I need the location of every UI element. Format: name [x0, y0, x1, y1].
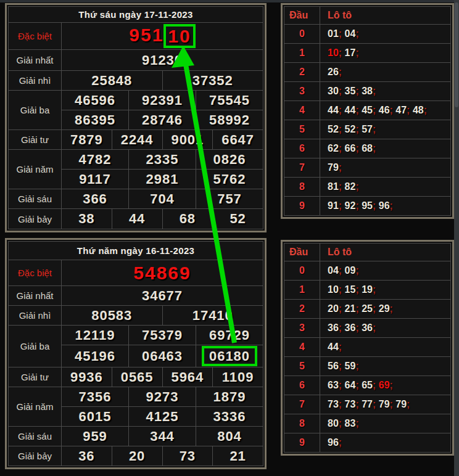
separator: ; — [373, 303, 376, 314]
loto-numbers: 44; 44; 45; 46; 47; 48; — [320, 101, 451, 120]
loto-number: 96 — [379, 200, 390, 211]
loto-number: 65 — [362, 380, 373, 390]
dau-row: 001; 04; — [284, 25, 451, 44]
prize-row: Đặc biệt95110 — [9, 23, 263, 50]
prize-value: 28746 — [129, 110, 196, 130]
loto-numbers: 01; 04; — [320, 25, 451, 44]
prize-label: Giải nhất — [9, 50, 62, 71]
prize-value: 69729 — [196, 326, 263, 345]
separator: ; — [390, 200, 393, 211]
loto-number: 19 — [362, 284, 373, 295]
prize-value: 5964 — [162, 367, 213, 387]
prize-row: Đặc biệt54869 — [9, 260, 263, 286]
separator: ; — [373, 124, 376, 134]
separator: ; — [339, 399, 342, 409]
page-top-strip — [0, 0, 459, 2]
separator: ; — [407, 399, 410, 409]
prize-value: 366 — [62, 189, 129, 209]
prize-value: 1879 — [196, 387, 263, 407]
loto-number: 52 — [328, 124, 339, 134]
dau-row: 110; 17; — [284, 44, 451, 63]
prize-value: 757 — [196, 189, 263, 209]
prize-value: 959 — [62, 427, 129, 446]
loto-number: 45 — [362, 105, 373, 115]
separator: ; — [339, 143, 342, 154]
prize-value: 75379 — [129, 326, 196, 345]
loto-number: 36 — [362, 322, 373, 333]
loto-number: 04 — [328, 265, 339, 276]
prize-value: 9117 — [62, 170, 129, 189]
dau-digit: 2 — [284, 300, 320, 319]
separator: ; — [355, 181, 358, 192]
prize-value: 1109 — [213, 367, 263, 387]
prize-value: 38 — [62, 209, 112, 229]
prize-label: Giải tư — [9, 367, 62, 387]
separator: ; — [355, 143, 358, 154]
separator: ; — [355, 322, 358, 333]
special-prize-value: 54869 — [62, 260, 263, 286]
prize-row: Giải bảy36207321 — [9, 446, 263, 466]
loto-numbers: 04; 09; — [320, 261, 451, 281]
scrollbar-thumb[interactable] — [455, 2, 458, 107]
separator: ; — [339, 361, 342, 371]
separator: ; — [407, 105, 410, 115]
dau-digit: 8 — [284, 178, 320, 197]
separator: ; — [373, 380, 376, 390]
vertical-scrollbar[interactable] — [454, 0, 459, 476]
prize-value: 344 — [129, 427, 196, 446]
prize-label: Giải năm — [9, 387, 62, 427]
loto-number: 21 — [345, 303, 356, 314]
dau-digit: 5 — [284, 120, 320, 139]
separator: ; — [339, 181, 342, 192]
loto-number: 77 — [362, 399, 373, 409]
prize-value: 34677 — [62, 286, 263, 306]
separator: ; — [390, 105, 393, 115]
prize-label: Giải tư — [9, 130, 62, 150]
separator: ; — [373, 86, 376, 96]
loto-number: 68 — [362, 143, 373, 154]
prize-value: 92391 — [129, 91, 196, 110]
dau-row: 330; 35; 38; — [284, 82, 451, 101]
separator: ; — [339, 284, 342, 295]
prize-row: Giải nhì2584837352 — [9, 71, 263, 91]
loto-number: 64 — [345, 380, 356, 390]
prize-value: 06180 — [196, 345, 263, 367]
separator: ; — [390, 399, 393, 409]
loto-number: 36 — [345, 322, 356, 333]
prize-value: 5762 — [196, 170, 263, 189]
loto-number: 09 — [345, 265, 356, 276]
prize-row: Giải tư9936056559641109 — [9, 367, 263, 387]
dau-row: 779; — [284, 158, 451, 178]
dau-loto-table: ĐầuLô tô001; 04; 110; 17; 226; 330; 35; … — [284, 6, 451, 216]
separator: ; — [424, 105, 427, 115]
loto-numbers: 80; 83; — [320, 414, 451, 433]
prize-value: 80583 — [62, 306, 163, 326]
loto-number: 81 — [328, 181, 339, 192]
prize-value: 91230 — [62, 50, 263, 71]
separator: ; — [373, 200, 376, 211]
prize-row: Giải sáu959344804 — [9, 427, 263, 446]
loto-number: 20 — [328, 303, 339, 314]
prize-value: 68 — [162, 209, 213, 229]
separator: ; — [339, 418, 342, 429]
loto-number: 66 — [345, 143, 356, 154]
loto-number: 82 — [345, 181, 356, 192]
prize-value: 9001 — [162, 130, 213, 150]
dau-row: 444; 44; 45; 46; 47; 48; — [284, 101, 451, 120]
prize-label: Giải sáu — [9, 189, 62, 209]
loto-number: 01 — [328, 28, 339, 39]
separator: ; — [355, 399, 358, 409]
dau-row: 773; 73; 77; 79; 79; — [284, 395, 451, 414]
loto-number: 30 — [328, 86, 339, 96]
dau-loto-table: ĐầuLô tô004; 09; 110; 15; 19; 220; 21; 2… — [284, 243, 451, 453]
loto-column-header: Lô tô — [320, 7, 451, 25]
dau-digit: 6 — [284, 139, 320, 158]
separator: ; — [339, 86, 342, 96]
prize-value: 7356 — [62, 387, 129, 407]
separator: ; — [339, 380, 342, 390]
separator: ; — [355, 303, 358, 314]
prize-table: Thứ sáu ngày 17-11-2023Đặc biệt95110Giải… — [8, 6, 263, 229]
dau-digit: 7 — [284, 158, 320, 178]
loto-number: 92 — [345, 200, 356, 211]
separator: ; — [339, 342, 342, 352]
